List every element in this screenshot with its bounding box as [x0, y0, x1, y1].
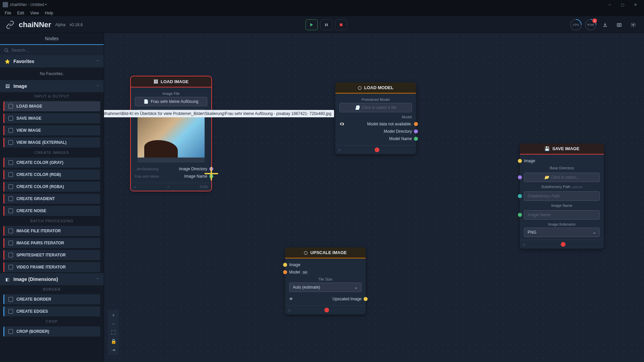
- export-button[interactable]: ⇥: [109, 346, 117, 354]
- tab-nodes[interactable]: Nodes: [0, 33, 104, 45]
- node-item-create-noise[interactable]: CREATE NOISE: [3, 206, 100, 216]
- node-header[interactable]: ◌ LOAD MODEL: [335, 82, 416, 94]
- window-title: chaiNNer - Untitled •: [10, 2, 47, 7]
- ext-dropdown[interactable]: PNG ⌄: [524, 228, 600, 237]
- play-icon[interactable]: ▷: [288, 308, 291, 312]
- port-model[interactable]: [414, 122, 418, 126]
- node-item-spritesheet-iterator[interactable]: SPRITESHEET ITERATOR: [3, 250, 100, 260]
- minimize-button[interactable]: ─: [604, 1, 616, 8]
- check-icon: ✓: [167, 185, 170, 189]
- port-directory[interactable]: [209, 167, 213, 171]
- out-upscaled-label: Upscaled Image: [293, 297, 362, 301]
- settings-button[interactable]: [628, 19, 639, 30]
- zoom-out-button[interactable]: −: [109, 320, 117, 328]
- screenshot-button[interactable]: [614, 19, 625, 30]
- play-icon[interactable]: ▷: [339, 148, 341, 152]
- sidebar: Nodes ⭐ Favorites ⌃ No Favorites. 🖼 Imag…: [0, 33, 104, 362]
- svg-point-6: [5, 48, 8, 51]
- subdir-label: Subdirectory Pathoptional: [524, 185, 600, 189]
- node-item-create-border[interactable]: CREATE BORDER: [3, 294, 100, 304]
- node-canvas[interactable]: C:\Users\stefa\4eck Media Dropbox\stefan…: [104, 33, 644, 362]
- lock-button[interactable]: 🔒: [109, 337, 117, 345]
- chevron-up-icon: ⌃: [96, 278, 99, 281]
- basedir-picker[interactable]: 📁 Click to select...: [524, 173, 600, 182]
- port-name-in[interactable]: [518, 213, 522, 217]
- menu-help[interactable]: Help: [42, 10, 56, 16]
- node-item-save-image[interactable]: SAVE IMAGE: [3, 113, 100, 123]
- node-item-create-edges[interactable]: CREATE EDGES: [3, 306, 100, 316]
- logo-icon: [5, 20, 15, 29]
- subdir-input[interactable]: [524, 191, 600, 201]
- model-label: Pretrained Model: [339, 98, 412, 102]
- node-load-model[interactable]: ◌ LOAD MODEL Pretrained Model 📄 Click to…: [335, 82, 416, 154]
- menu-view[interactable]: View: [28, 10, 42, 16]
- node-load-image[interactable]: 🖼 LOAD IMAGE Image File 📄 Frau sehr klei…: [131, 76, 211, 191]
- chevron-down-icon: ⌄: [355, 285, 358, 290]
- image-icon: 🖼: [154, 79, 158, 84]
- port-basedir-in[interactable]: [518, 175, 522, 179]
- category-dimensions[interactable]: ◧ Image (Dimensions) ⌃: [0, 273, 104, 285]
- ram-meter: RAM2: [585, 19, 596, 31]
- node-header[interactable]: ◌ UPSCALE IMAGE: [285, 247, 366, 258]
- port-upscaled[interactable]: [364, 297, 368, 301]
- chevron-up-icon: ⌃: [96, 84, 99, 88]
- file-icon: 📄: [144, 99, 149, 104]
- node-header[interactable]: 🖼 LOAD IMAGE: [131, 76, 211, 87]
- play-icon[interactable]: ▷: [134, 185, 137, 189]
- fit-view-button[interactable]: ⛶: [109, 328, 117, 337]
- node-item-view-image-external[interactable]: VIEW IMAGE (EXTERNAL): [3, 137, 100, 147]
- node-item-create-rgb[interactable]: CREATE COLOR (RGB): [3, 170, 100, 180]
- app-icon: [3, 2, 8, 7]
- node-item-create-gradient[interactable]: CREATE GRADIENT: [3, 194, 100, 204]
- node-item-load-image[interactable]: LOAD IMAGE: [3, 101, 100, 111]
- port-image-in[interactable]: [283, 263, 287, 267]
- close-button[interactable]: ✕: [629, 1, 641, 8]
- port-model-dir[interactable]: [414, 129, 418, 133]
- port-model-in[interactable]: [283, 270, 287, 274]
- basedir-label: Base Directory: [524, 166, 600, 170]
- header-toolbar: chaiNNer Alpha v0.18.6 CPU RAM2: [0, 17, 644, 33]
- stop-button[interactable]: [335, 19, 347, 30]
- model-file-picker[interactable]: 📄 Click to select a file: [339, 103, 412, 112]
- svg-rect-1: [327, 23, 328, 26]
- play-icon[interactable]: ▷: [523, 243, 526, 246]
- node-item-file-iterator[interactable]: IMAGE FILE ITERATOR: [3, 226, 100, 236]
- node-item-create-gray[interactable]: CREATE COLOR (GRAY): [3, 158, 100, 168]
- svg-point-5: [633, 24, 634, 25]
- svg-rect-3: [617, 23, 621, 26]
- file-picker[interactable]: 📄 Frau sehr kleine Auflösung: [135, 97, 207, 106]
- port-subdir-in[interactable]: [518, 194, 522, 198]
- run-button[interactable]: [306, 19, 318, 30]
- node-header[interactable]: 💾 SAVE IMAGE: [520, 143, 604, 155]
- chevron-up-icon: ⌃: [96, 60, 99, 63]
- name-input[interactable]: [524, 210, 600, 220]
- port-model-name[interactable]: [414, 137, 418, 141]
- pause-button[interactable]: [320, 19, 332, 30]
- node-upscale-image[interactable]: ◌ UPSCALE IMAGE Image ModelSR Tile Size …: [285, 247, 366, 314]
- app-name: chaiNNer: [19, 20, 51, 29]
- node-item-view-image[interactable]: VIEW IMAGE: [3, 125, 100, 135]
- canvas-controls: + − ⛶ 🔒 ⇥: [108, 310, 119, 355]
- model-out-label: Model: [339, 115, 412, 119]
- menu-file[interactable]: File: [2, 10, 14, 16]
- eye-icon[interactable]: 👁: [289, 297, 293, 301]
- category-image[interactable]: 🖼 Image ⌃: [0, 80, 104, 92]
- port-name[interactable]: [209, 174, 213, 178]
- image-icon: 🖼: [5, 83, 10, 89]
- download-button[interactable]: [600, 19, 610, 30]
- node-item-pairs-iterator[interactable]: IMAGE PAIRS ITERATOR: [3, 238, 100, 248]
- subcat-border: BORDER: [0, 285, 104, 293]
- node-item-video-iterator[interactable]: VIDEO FRAME ITERATOR: [3, 262, 100, 272]
- port-image-in[interactable]: [518, 159, 522, 163]
- warning-indicator: [375, 147, 379, 152]
- search-input[interactable]: [11, 48, 100, 53]
- maximize-button[interactable]: ▢: [616, 1, 629, 8]
- search-icon: [4, 48, 9, 53]
- node-item-crop-border[interactable]: CROP (BORDER): [3, 326, 100, 337]
- zoom-in-button[interactable]: +: [109, 311, 117, 319]
- node-item-create-rgba[interactable]: CREATE COLOR (RGBA): [3, 182, 100, 192]
- tile-size-dropdown[interactable]: Auto (estimate) ⌄: [289, 283, 362, 292]
- node-save-image[interactable]: 💾 SAVE IMAGE Image Base Directory 📁 Clic…: [520, 143, 604, 249]
- menu-edit[interactable]: Edit: [14, 10, 27, 16]
- category-favorites[interactable]: ⭐ Favorites ⌃: [0, 55, 104, 67]
